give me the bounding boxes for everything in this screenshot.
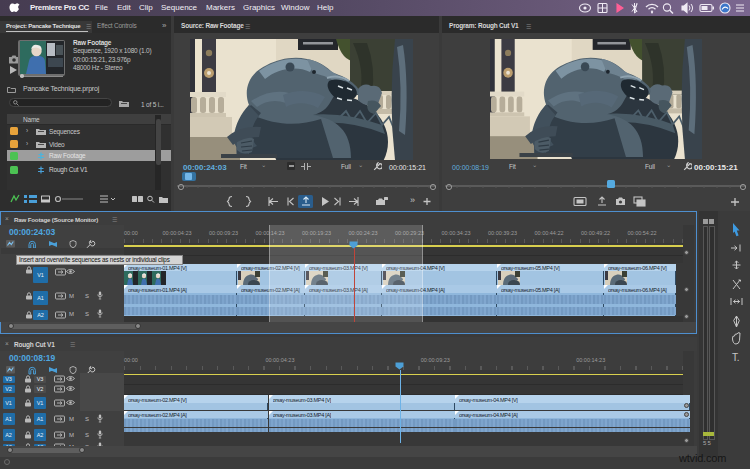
svg-text:»: »: [410, 195, 415, 205]
svg-text:T.: T.: [732, 352, 739, 363]
